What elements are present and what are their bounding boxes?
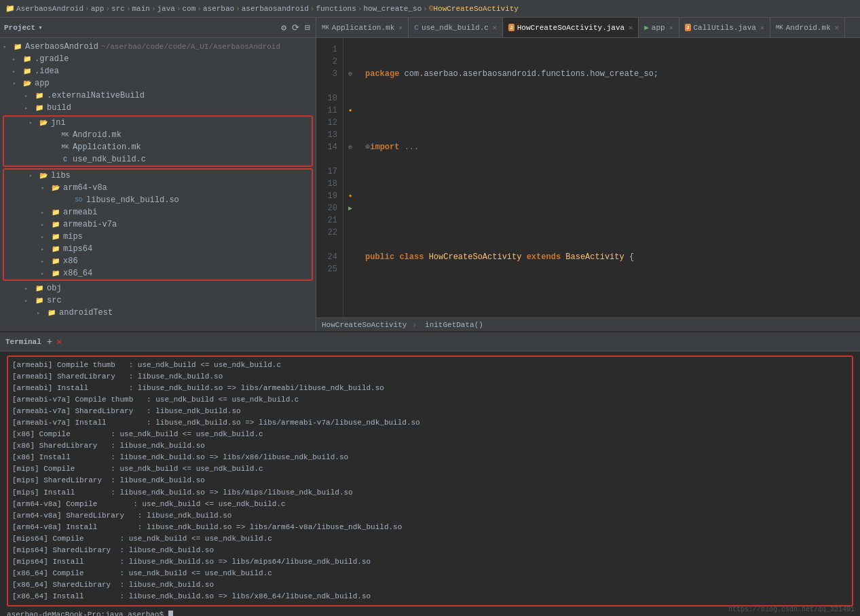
tree-item-libusendkbuildso[interactable]: SO libuse_ndk_build.so	[4, 194, 312, 206]
breadcrumb-item-aserbaosandroid[interactable]: AserbaosAndroid	[16, 5, 83, 13]
tree-item-externalnativebuild[interactable]: 📁 .externalNativeBuild	[0, 90, 316, 102]
folder-icon-armeabi: 📁	[50, 207, 61, 218]
terminal-toolbar: Terminal + ✕	[0, 332, 860, 351]
tab-howcreateso[interactable]: J HowCreateSoActivity.java ✕	[503, 18, 639, 38]
tab-close-howcreateso[interactable]: ✕	[629, 24, 633, 32]
left-panel: Project ▾ ⚙ ⟳ ⊟ 📁 AserbaosAndroid ~/aser…	[0, 18, 316, 331]
tree-item-armeabiv7a[interactable]: 📁 armeabi-v7a	[4, 218, 312, 231]
folder-icon-obj: 📁	[34, 283, 45, 294]
gutter-icon-14[interactable]: ⊕	[348, 143, 352, 151]
tree-arrow-mips	[41, 233, 50, 241]
folder-icon-externalnativebuild: 📁	[34, 90, 45, 101]
tree-label-armeabi: armeabi	[63, 208, 97, 217]
tab-close-callutils[interactable]: ✕	[760, 24, 764, 32]
tree-label-gradle: .gradle	[35, 54, 69, 64]
tree-root[interactable]: 📁 AserbaosAndroid ~/aserbao/code/code/A_…	[0, 41, 316, 53]
term-line-13: [arm64-v8a] Compile : use_ndk_build <= u…	[12, 499, 848, 510]
project-dropdown-arrow[interactable]: ▾	[38, 23, 43, 32]
status-method: HowCreateSoActivity › initGetData()	[322, 321, 483, 329]
tab-label-usendkbuildc: use_ndk_build.c	[422, 24, 489, 32]
terminal-label: Terminal	[5, 338, 41, 346]
tree-item-jni[interactable]: 📂 jni	[4, 117, 312, 129]
breadcrumb-item-app[interactable]: app	[91, 5, 105, 13]
term-line-4: [armeabi-v7a] Compile thumb : use_ndk_bu…	[12, 394, 848, 406]
breadcrumb-item-src[interactable]: src	[111, 5, 125, 13]
tab-close-applicationmk[interactable]: ✕	[398, 24, 403, 32]
tree-arrow-armeabi	[41, 209, 50, 216]
breadcrumb-item-java[interactable]: java	[157, 5, 175, 13]
tree-arrow-x86-64	[41, 270, 50, 277]
tree-label-x86: x86	[63, 256, 78, 266]
status-bar: HowCreateSoActivity › initGetData()	[316, 317, 860, 331]
collapse-icon[interactable]: ⊟	[303, 21, 312, 35]
tree-label-idea: .idea	[35, 66, 59, 76]
tree-item-app[interactable]: 📂 app	[0, 77, 316, 90]
term-line-11: [mips] SharedLibrary : libuse_ndk_build.…	[12, 475, 848, 486]
tree-arrow-root	[3, 43, 12, 51]
tree-arrow-armeabiv7a	[41, 221, 50, 229]
tree-label-jni: jni	[51, 118, 66, 128]
breadcrumb-item-aserbaosandroid2[interactable]: aserbaosandroid	[242, 5, 309, 13]
tree-item-src[interactable]: 📁 src	[0, 294, 316, 307]
tab-app[interactable]: ▶ app ✕	[639, 18, 679, 38]
tree-label-armeabiv7a: armeabi-v7a	[63, 220, 117, 229]
code-area: 1 2 3 10 11 12 13 14 17 18 19 20 21 22 2…	[316, 38, 860, 317]
breadcrumb-item-functions[interactable]: functions	[316, 5, 356, 13]
tab-close-app[interactable]: ✕	[669, 24, 673, 32]
folder-icon-armeabiv7a: 📁	[50, 219, 61, 230]
breadcrumb-item-com[interactable]: com	[183, 5, 196, 13]
tree-item-mips[interactable]: 📁 mips	[4, 231, 312, 243]
breadcrumb-item-class[interactable]: HowCreateSoActivity	[433, 5, 518, 13]
tab-close-androidmk[interactable]: ✕	[835, 24, 839, 32]
terminal-content[interactable]: [armeabi] Compile thumb : use_ndk_build …	[0, 351, 860, 616]
status-class: HowCreateSoActivity	[322, 321, 407, 329]
terminal-add-btn[interactable]: +	[47, 336, 52, 347]
right-panel: MK Application.mk ✕ C use_ndk_build.c ✕ …	[316, 18, 860, 331]
tree-label-androidmk: Android.mk	[73, 130, 121, 140]
tab-icon-callutils: J	[685, 24, 691, 31]
sync-icon[interactable]: ⟳	[291, 21, 301, 35]
term-line-6: [armeabi-v7a] Install : libuse_ndk_build…	[12, 417, 848, 429]
tree-item-androidtest[interactable]: 📁 androidTest	[0, 307, 316, 319]
tree-item-androidmk[interactable]: MK Android.mk	[4, 129, 312, 141]
breadcrumb-item-main[interactable]: main	[132, 5, 149, 13]
tree-item-mips64[interactable]: 📁 mips64	[4, 243, 312, 255]
tab-callutils[interactable]: J CallUtils.java ✕	[679, 18, 770, 38]
tab-applicationmk[interactable]: MK Application.mk ✕	[316, 18, 409, 38]
tab-label-applicationmk: Application.mk	[332, 24, 394, 32]
folder-icon-arm64v8a: 📂	[50, 182, 61, 193]
tree-item-obj[interactable]: 📁 obj	[0, 282, 316, 294]
breadcrumb-item-howcreateso[interactable]: how_create_so	[363, 5, 422, 13]
tree-item-libs[interactable]: 📂 libs	[4, 170, 312, 182]
tree-item-x86-64[interactable]: 📁 x86_64	[4, 267, 312, 280]
tab-usendkbuildc[interactable]: C use_ndk_build.c ✕	[409, 18, 503, 38]
terminal-prompt[interactable]: aserbao-deMacBook-Pro:java aserbao$	[7, 609, 853, 616]
gear-icon[interactable]: ⚙	[280, 21, 288, 35]
tab-androidmk[interactable]: MK Android.mk ✕	[770, 18, 845, 38]
folder-icon-gradle: 📁	[22, 54, 33, 64]
terminal-close-btn[interactable]: ✕	[56, 336, 62, 347]
folder-icon-build: 📁	[34, 102, 45, 113]
tree-item-x86[interactable]: 📁 x86	[4, 255, 312, 267]
tree-item-gradle[interactable]: 📁 .gradle	[0, 53, 316, 65]
tree-item-armeabi[interactable]: 📁 armeabi	[4, 206, 312, 218]
prompt-text: aserbao-deMacBook-Pro:java aserbao$	[7, 611, 168, 616]
line-gutter: ⊕ 🔸 ⊕ 🔸 ▶	[343, 38, 357, 317]
tree-arrow-jni	[29, 119, 38, 127]
tree-item-usendkbuildc[interactable]: C use_ndk_build.c	[4, 153, 312, 166]
status-separator: ›	[412, 321, 417, 329]
gutter-icon-19: 🔸	[346, 192, 354, 200]
tree-item-arm64v8a[interactable]: 📂 arm64-v8a	[4, 182, 312, 194]
code-line-blank1	[365, 178, 860, 190]
folder-icon-x86-64: 📁	[50, 268, 61, 279]
tree-arrow-gradle	[12, 56, 22, 63]
gutter-icon-11: 🔸	[346, 107, 354, 115]
breadcrumb-item-aserbao[interactable]: aserbao	[203, 5, 234, 13]
tree-item-applicationmk[interactable]: MK Application.mk	[4, 141, 312, 153]
tree-label-externalnativebuild: .externalNativeBuild	[47, 91, 145, 100]
tree-item-idea[interactable]: 📁 .idea	[0, 65, 316, 77]
tree-item-build[interactable]: 📁 build	[0, 102, 316, 114]
mk-icon-androidmk: MK	[60, 130, 71, 140]
gutter-fold-3[interactable]: ⊕	[348, 70, 352, 78]
tab-close-usendkbuildc[interactable]: ✕	[493, 24, 497, 32]
